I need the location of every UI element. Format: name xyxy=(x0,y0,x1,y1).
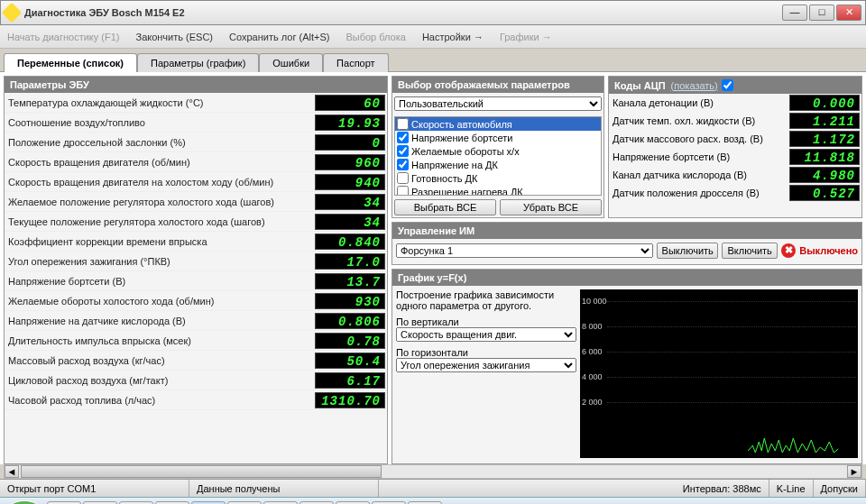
adc-label: Канала детонации (В) xyxy=(613,97,789,108)
taskbar-icon[interactable]: СНиП xyxy=(372,501,406,505)
taskbar-icon[interactable]: ● xyxy=(83,501,117,505)
adc-show-checkbox[interactable] xyxy=(722,79,733,91)
start-button[interactable] xyxy=(4,500,45,505)
checklist-row[interactable]: Напряжение бортсети xyxy=(395,131,601,144)
taskbar-icon[interactable]: 🗎 xyxy=(227,501,262,505)
plot-gridline xyxy=(607,402,856,403)
taskbar-icon[interactable]: 📁 xyxy=(155,501,189,505)
checklist-checkbox[interactable] xyxy=(397,118,409,130)
param-row: Положение дроссельной заслонки (%)0 xyxy=(5,133,387,152)
scroll-left-button[interactable]: ◄ xyxy=(5,465,19,478)
scroll-thumb[interactable] xyxy=(21,465,382,478)
plot-area: 10 0008 0006 0004 0002 000 xyxy=(580,289,858,458)
param-value: 17.0 xyxy=(315,253,385,270)
taskbar-icon[interactable]: ▦ xyxy=(263,501,298,505)
plot-tick: 8 000 xyxy=(582,322,603,331)
ecu-params-panel: Параметры ЭБУ Температура охлаждающей жи… xyxy=(4,76,388,464)
statusbar: Открыт порт COM1 Данные получены Интерва… xyxy=(0,479,866,497)
checklist-checkbox[interactable] xyxy=(397,132,409,143)
im-header: Управление ИМ xyxy=(392,223,861,239)
titlebar: Диагностика ЭБУ Bosch M154 E2 — □ ✕ xyxy=(0,0,866,25)
menu-settings[interactable]: Настройки → xyxy=(422,32,484,42)
taskbar: 🧭 ● ◉ 📁 📄 🗎 ▦ A ▣ СНиП ◆ 🏴 ☻ RU ▲ ᚼ 📶 🔊 … xyxy=(0,497,866,504)
ecu-header: Параметры ЭБУ xyxy=(5,77,387,93)
im-status-text: Выключено xyxy=(799,245,858,256)
param-row: Соотношение воздух/топливо19.93 xyxy=(5,113,387,133)
close-button[interactable]: ✕ xyxy=(836,5,861,21)
taskbar-icon[interactable]: ▣ xyxy=(336,501,370,505)
param-value: 6.17 xyxy=(315,372,385,389)
graph-vaxis-label: По вертикали xyxy=(396,316,576,327)
tab-errors[interactable]: Ошибки xyxy=(259,53,323,72)
graph-haxis-label: По горизонтали xyxy=(396,347,576,358)
checklist-checkbox[interactable] xyxy=(397,186,409,196)
checklist-row[interactable]: Напряжение на ДК xyxy=(395,158,601,171)
tab-passport[interactable]: Паспорт xyxy=(323,53,389,72)
param-value: 34 xyxy=(315,214,385,230)
param-select-header: Выбор отображаемых параметров xyxy=(392,77,603,93)
param-label: Положение дроссельной заслонки (%) xyxy=(5,137,315,148)
taskbar-icon[interactable]: 📄 xyxy=(191,501,226,505)
graph-haxis-select[interactable]: Угол опережения зажигания xyxy=(396,358,576,372)
adc-panel: Коды АЦП (показать) Канала детонации (В)… xyxy=(608,76,862,218)
minimize-button[interactable]: — xyxy=(782,5,807,21)
param-mode-select[interactable]: Пользовательский xyxy=(394,96,602,111)
taskbar-icon[interactable]: 🧭 xyxy=(47,501,81,505)
param-value: 1310.70 xyxy=(315,392,385,408)
param-value: 0.840 xyxy=(315,234,385,250)
checklist-checkbox[interactable] xyxy=(397,159,409,170)
param-value: 0 xyxy=(315,134,385,151)
im-device-select[interactable]: Форсунка 1 xyxy=(396,243,653,258)
maximize-button[interactable]: □ xyxy=(809,5,834,21)
plot-tick: 10 000 xyxy=(582,297,607,306)
taskbar-icon[interactable]: ◆ xyxy=(408,501,442,505)
checklist-checkbox[interactable] xyxy=(397,145,409,157)
taskbar-icon[interactable]: ◉ xyxy=(119,501,153,505)
tab-variables[interactable]: Переменные (список) xyxy=(4,53,137,72)
plot-gridline xyxy=(607,326,856,327)
menu-start: Начать диагностику (F1) xyxy=(7,32,119,42)
checklist-row[interactable]: Желаемые обороты х/х xyxy=(395,144,601,158)
content: Параметры ЭБУ Температура охлаждающей жи… xyxy=(0,71,866,464)
menu-save[interactable]: Сохранить лог (Alt+S) xyxy=(229,32,329,42)
status-kline: K-Line xyxy=(769,480,814,497)
im-off-button[interactable]: Выключить xyxy=(657,243,718,259)
adc-row: Канала детонации (В)0.000 xyxy=(609,94,861,112)
taskbar-icon[interactable]: A xyxy=(299,501,334,505)
param-checklist[interactable]: Скорость автомобиляНапряжение бортсетиЖе… xyxy=(394,116,602,196)
h-scrollbar[interactable]: ◄ ► xyxy=(4,464,862,479)
graph-vaxis-select[interactable]: Скорость вращения двиг. xyxy=(396,327,576,342)
deselect-all-button[interactable]: Убрать ВСЕ xyxy=(500,199,602,215)
graph-panel: График y=F(x) Построение графика зависим… xyxy=(392,269,862,464)
param-label: Желаемые обороты холостого хода (об/мин) xyxy=(5,296,315,307)
param-row: Массовый расход воздуха (кг/час)50.4 xyxy=(5,351,387,371)
param-row: Желаемое положение регулятора холостого … xyxy=(5,192,387,212)
menubar: Начать диагностику (F1) Закончить (ESC) … xyxy=(0,25,866,49)
status-data: Данные получены xyxy=(189,480,379,497)
scroll-right-button[interactable]: ► xyxy=(847,465,861,478)
tab-params[interactable]: Параметры (график) xyxy=(137,53,259,72)
checklist-label: Напряжение бортсети xyxy=(411,133,512,143)
window-title: Диагностика ЭБУ Bosch M154 E2 xyxy=(24,7,782,18)
param-row: Напряжение на датчике кислорода (В)0.806 xyxy=(5,311,387,331)
param-row: Желаемые обороты холостого хода (об/мин)… xyxy=(5,291,387,311)
menu-end[interactable]: Закончить (ESC) xyxy=(135,32,213,42)
checklist-row[interactable]: Скорость автомобиля xyxy=(395,117,601,131)
param-select-panel: Выбор отображаемых параметров Пользовате… xyxy=(392,76,604,218)
menu-block: Выбор блока xyxy=(345,32,405,42)
im-on-button[interactable]: Включить xyxy=(722,243,778,259)
app-icon xyxy=(2,3,23,23)
adc-show-link[interactable]: (показать) xyxy=(671,80,718,91)
checklist-row[interactable]: Готовность ДК xyxy=(395,171,601,185)
param-value: 930 xyxy=(315,293,385,309)
tabs: Переменные (список) Параметры (график) О… xyxy=(0,49,866,71)
param-value: 13.7 xyxy=(315,273,385,289)
checklist-row[interactable]: Разрешение нагрева ДК xyxy=(395,185,601,196)
status-interval-value: 388мс xyxy=(732,483,760,494)
adc-label: Напряжение бортсети (В) xyxy=(613,151,789,162)
select-all-button[interactable]: Выбрать ВСЕ xyxy=(394,199,496,215)
param-label: Напряжение бортсети (В) xyxy=(5,276,315,287)
checklist-checkbox[interactable] xyxy=(397,172,409,184)
param-row: Цикловой расход воздуха (мг/такт)6.17 xyxy=(5,371,387,390)
param-label: Текущее положение регулятора холостого х… xyxy=(5,216,315,227)
